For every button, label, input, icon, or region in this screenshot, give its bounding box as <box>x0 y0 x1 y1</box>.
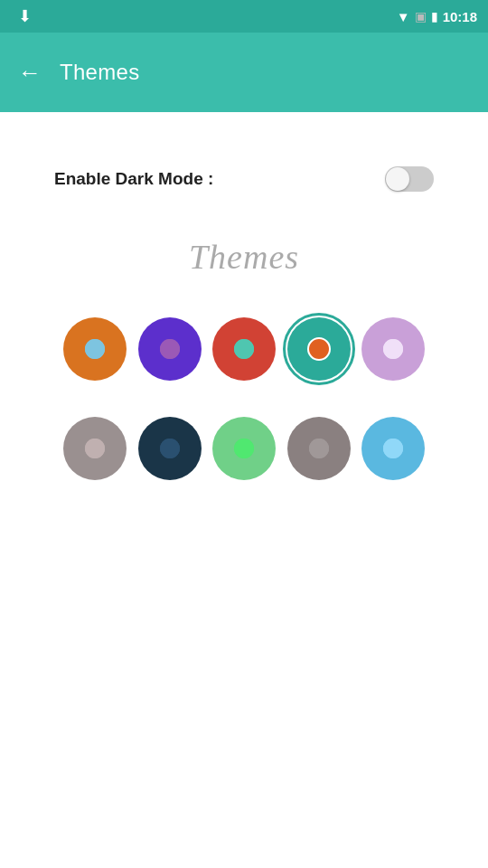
dark-mode-row: Enable Dark Mode : <box>54 166 434 192</box>
theme-circle-gray[interactable] <box>63 417 127 480</box>
dark-mode-label: Enable Dark Mode : <box>54 169 213 189</box>
theme-circle-red[interactable] <box>212 317 276 381</box>
back-button[interactable]: ← <box>18 59 42 87</box>
app-bar-title: Themes <box>60 60 140 85</box>
circle-inner-red <box>234 339 254 359</box>
theme-circle-orange[interactable] <box>63 317 127 381</box>
status-bar-left: ⬇ <box>11 6 391 26</box>
main-content: Enable Dark Mode : Themes <box>0 112 488 552</box>
wifi-icon: ▼ <box>397 9 410 24</box>
circle-inner-lightblue <box>383 439 403 458</box>
theme-circle-green[interactable] <box>212 417 276 480</box>
download-icon: ⬇ <box>18 6 32 26</box>
status-bar: ⬇ ▼ ▣ ▮ 10:18 <box>0 0 488 33</box>
circles-section <box>54 317 434 480</box>
theme-circle-lightblue[interactable] <box>361 417 425 480</box>
circles-row-2 <box>63 417 425 480</box>
dark-mode-toggle[interactable] <box>385 166 434 192</box>
theme-circle-darkblue[interactable] <box>138 417 202 480</box>
themes-heading: Themes <box>54 237 434 277</box>
theme-circle-lavender[interactable] <box>361 317 425 381</box>
circle-inner-darkblue <box>160 439 180 458</box>
circle-inner-gray <box>85 439 105 458</box>
circle-inner-green <box>234 439 254 458</box>
app-bar: ← Themes <box>0 33 488 112</box>
circle-inner-teal <box>309 339 329 359</box>
circle-inner-purple <box>160 339 180 359</box>
circle-inner-darkgray <box>309 439 329 458</box>
theme-circle-darkgray[interactable] <box>287 417 351 480</box>
circle-inner-lavender <box>383 339 403 359</box>
battery-icon: ▮ <box>431 9 438 24</box>
theme-circle-teal[interactable] <box>287 317 351 381</box>
signal-icon: ▣ <box>415 9 427 24</box>
theme-circle-purple[interactable] <box>138 317 202 381</box>
circles-row-1 <box>63 317 425 381</box>
circle-inner-orange <box>85 339 105 359</box>
status-time: 10:18 <box>443 9 477 24</box>
status-icons: ▼ ▣ ▮ 10:18 <box>397 9 477 24</box>
toggle-knob <box>386 167 409 191</box>
